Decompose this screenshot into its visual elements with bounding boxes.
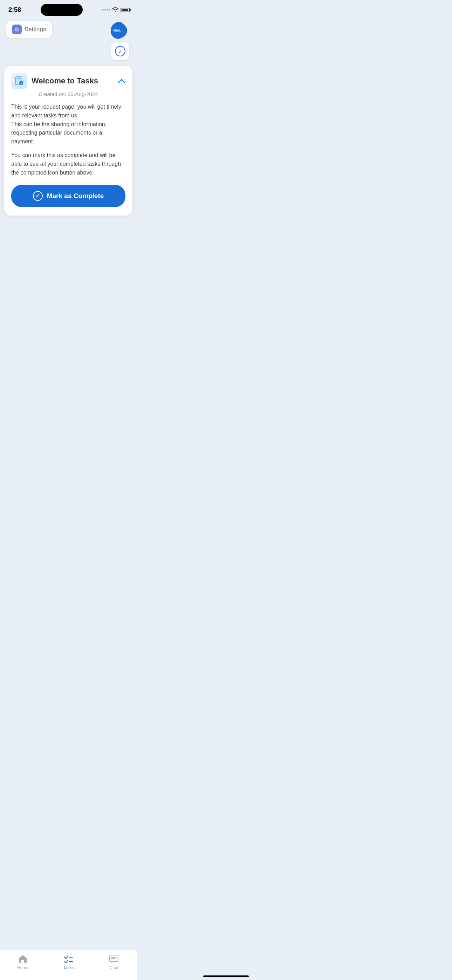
signal-icon — [102, 9, 110, 11]
chevron-up-icon[interactable] — [118, 76, 126, 86]
mark-complete-label: Mark as Complete — [47, 192, 104, 200]
visa-australia-logo: VISA. — [109, 21, 131, 39]
task-document-icon: @ — [11, 73, 27, 89]
document-svg-icon: @ — [14, 76, 24, 86]
gear-icon: ⚙ — [12, 24, 22, 34]
task-created-date: Created on: 30-Aug-2024 — [11, 91, 126, 97]
complete-check-icon: ✓ — [33, 191, 43, 201]
svg-text:@: @ — [20, 82, 22, 85]
battery-icon — [121, 8, 130, 12]
header-right: VISA. ✓ — [109, 21, 131, 60]
australia-map-icon: VISA. — [109, 21, 131, 39]
mark-complete-button[interactable]: ✓ Mark as Complete — [11, 185, 126, 207]
settings-button[interactable]: ⚙ Settings — [6, 21, 52, 38]
dynamic-island — [41, 4, 83, 16]
header-row: ⚙ Settings VISA. ✓ — [0, 18, 137, 64]
task-description-1: This is your request page, you will get … — [11, 103, 126, 146]
status-bar: 2:58 — [0, 0, 137, 18]
settings-label: Settings — [24, 26, 46, 33]
task-title-row: @ Welcome to Tasks — [11, 73, 98, 89]
svg-rect-3 — [17, 80, 20, 81]
completed-tasks-button[interactable]: ✓ — [111, 42, 129, 60]
status-icons — [102, 7, 130, 13]
task-card-header: @ Welcome to Tasks — [11, 73, 126, 89]
wifi-icon — [112, 7, 118, 13]
check-circle-icon: ✓ — [115, 46, 126, 56]
svg-rect-2 — [17, 78, 21, 79]
task-card: @ Welcome to Tasks Created on: 30-Aug-20… — [4, 66, 132, 216]
svg-text:VISA.: VISA. — [113, 29, 121, 32]
status-time: 2:58 — [8, 6, 21, 14]
task-card-title: Welcome to Tasks — [32, 76, 98, 86]
task-description-2: You can mark this as complete and will b… — [11, 151, 126, 177]
